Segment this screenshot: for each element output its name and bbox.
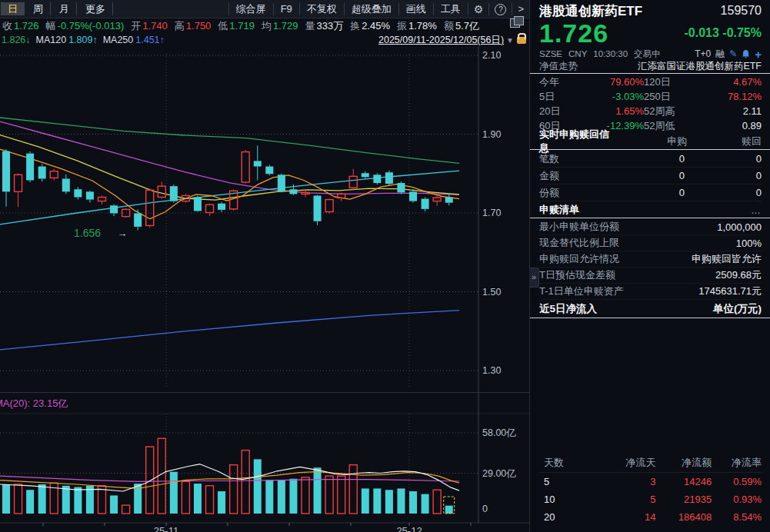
ma-legend-item: MA2501.451↑ <box>103 35 165 45</box>
svg-text:1.90: 1.90 <box>482 129 501 140</box>
fund-code: 159570 <box>721 4 762 18</box>
table-row: 金额00 <box>539 168 762 185</box>
ma-legend-item: 1.826↓ <box>2 35 31 45</box>
trading-status: 交易中 <box>634 48 661 60</box>
period-tabs: 日周月更多 <box>0 2 114 16</box>
pencil-icon[interactable]: ✎ <box>729 48 737 59</box>
quote-item: 振1.78% <box>397 19 437 33</box>
quote-item: 额5.7亿 <box>444 19 479 33</box>
fund-name: 港股通创新药ETF <box>539 2 642 20</box>
quote-stats-bar: 收1.726幅-0.75%(-0.013)开1.740高1.750低1.719均… <box>0 18 532 34</box>
candlestick-chart[interactable]: 2.101.901.701.501.301.656→ <box>0 46 529 392</box>
bell-icon[interactable] <box>742 49 750 58</box>
list-item: 现金替代比例上限100% <box>539 235 762 251</box>
chevron-down-icon[interactable]: ▼ <box>506 36 514 45</box>
netflow-header: 天数净流天净流额净流率 <box>539 454 762 473</box>
svg-text:MA(20): 23.15亿: MA(20): 23.15亿 <box>0 397 68 409</box>
perf-label: 20日 <box>539 105 573 118</box>
nav-trend-label[interactable]: 净值走势 <box>539 60 578 73</box>
subscription-list-rows: 最小申赎单位份额1,000,000现金替代比例上限100%申购赎回允许情况申购赎… <box>530 219 770 300</box>
tab-更多[interactable]: 更多 <box>78 2 113 15</box>
svg-text:2.10: 2.10 <box>482 50 501 61</box>
quote-item: 高1.750 <box>175 19 212 33</box>
panel-collapse-handle[interactable]: » <box>529 268 539 288</box>
menu-综合屏[interactable]: 综合屏 <box>228 3 273 15</box>
quote-item: 低1.719 <box>218 19 255 33</box>
table-row: 份额00 <box>539 185 762 201</box>
svg-text:1.70: 1.70 <box>482 208 501 218</box>
quote-item: 换2.45% <box>350 19 390 33</box>
tab-月[interactable]: 月 <box>52 2 77 15</box>
svg-text:0: 0 <box>482 504 488 514</box>
perf-label: 5日 <box>539 90 573 104</box>
currency: CNY <box>568 49 587 58</box>
toolbar-menus: 综合屏F9不复权超级叠加画线工具⚙?> <box>228 0 529 18</box>
perf-label: 52周低 <box>644 119 687 133</box>
add-icon[interactable]: + <box>755 48 762 61</box>
quote-item: 均1.729 <box>262 19 298 33</box>
performance-grid: 今年79.60%120日4.67%5日-3.03%250日78.12%20日1.… <box>530 75 770 133</box>
more-ellipsis[interactable]: … <box>751 204 762 216</box>
margin-badge: 融 <box>715 48 725 61</box>
list-item: 申购赎回允许情况申购赎回皆允许 <box>539 251 762 268</box>
price-change: -0.013 -0.75% <box>684 26 762 40</box>
perf-value: 2.11 <box>687 105 762 117</box>
menu-不复权[interactable]: 不复权 <box>299 3 344 15</box>
table-row[interactable]: 53142460.59% <box>539 473 762 490</box>
perf-label: 今年 <box>539 75 573 89</box>
menu-超级叠加[interactable]: 超级叠加 <box>344 3 398 15</box>
inflow-unit: 单位(万元) <box>713 302 762 316</box>
last-price: 1.726 <box>539 18 608 48</box>
quote-item: 开1.740 <box>131 19 168 33</box>
table-row[interactable]: 105219350.93% <box>539 490 762 508</box>
quote-item: 量333万 <box>305 19 343 33</box>
svg-text:1.30: 1.30 <box>482 365 501 376</box>
subscription-list-title: 申赎清单 <box>539 203 579 217</box>
menu-F9[interactable]: F9 <box>273 3 299 15</box>
menu-画线[interactable]: 画线 <box>398 3 433 15</box>
chart-toolbar: 日周月更多 综合屏F9不复权超级叠加画线工具⚙?> <box>0 0 529 18</box>
col-redeem: 赎回 <box>687 135 762 148</box>
tab-周[interactable]: 周 <box>26 2 51 15</box>
exchange: SZSE <box>539 49 562 58</box>
quote-item: 幅-0.75%(-0.013) <box>46 19 125 33</box>
perf-label: 52周高 <box>644 105 687 118</box>
perf-value: -3.03% <box>573 91 644 102</box>
date-range-selector[interactable]: 2025/09/11-2025/12/05(56日) <box>378 34 504 47</box>
list-item: T-1日单位申赎资产1745631.71元 <box>539 284 762 300</box>
perf-value: 79.60% <box>573 76 644 88</box>
quote-time: 10:30:30 <box>593 49 628 58</box>
perf-label: 120日 <box>644 75 687 89</box>
perf-value: 78.12% <box>687 91 762 102</box>
window-layers-icon[interactable] <box>510 16 523 28</box>
netflow-table: 天数净流天净流额净流率53142460.59%105219350.93%2014… <box>530 454 770 532</box>
t0-badge: T+0 <box>695 48 711 59</box>
chevron-right-icon[interactable]: > <box>512 3 529 15</box>
perf-value: 1.65% <box>573 105 644 117</box>
svg-text:58.00亿: 58.00亿 <box>482 427 516 438</box>
svg-text:25-11: 25-11 <box>154 525 178 532</box>
perf-value: 0.89 <box>687 120 762 131</box>
quote-panel: 港股通创新药ETF 159570 1.726 -0.013 -0.75% SZS… <box>529 0 770 532</box>
svg-text:1.656: 1.656 <box>74 227 101 239</box>
menu-工具[interactable]: 工具 <box>433 3 468 15</box>
ma-values: 1.826↓MA1201.809↑MA2501.451↑ <box>2 35 170 45</box>
svg-text:29.00亿: 29.00亿 <box>482 468 516 479</box>
gear-icon[interactable]: ⚙ <box>468 3 489 15</box>
inflow-title: 近5日净流入 <box>539 302 597 316</box>
table-row[interactable]: 20141864088.54% <box>539 508 762 526</box>
tracking-index-name: 汇添富国证港股通创新药ETF <box>638 60 762 73</box>
lock-icon[interactable] <box>517 37 526 44</box>
help-icon[interactable]: ? <box>488 3 512 15</box>
svg-text:→: → <box>117 228 127 239</box>
list-item: T日预估现金差额2509.68元 <box>539 268 762 284</box>
ma-legend-item: MA1201.809↑ <box>36 35 98 45</box>
tab-日[interactable]: 日 <box>1 2 25 15</box>
table-row: 笔数00 <box>539 151 762 168</box>
trading-terminal: 日周月更多 综合屏F9不复权超级叠加画线工具⚙?> 收1.726幅-0.75%(… <box>0 0 770 532</box>
perf-label: 250日 <box>644 90 687 104</box>
col-subscribe: 申购 <box>617 135 688 148</box>
svg-text:1.50: 1.50 <box>482 287 501 298</box>
list-item: 最小申赎单位份额1,000,000 <box>539 219 762 235</box>
volume-chart[interactable]: MA(20): 23.15亿58.00亿29.00亿025-1125-12 <box>0 392 529 532</box>
